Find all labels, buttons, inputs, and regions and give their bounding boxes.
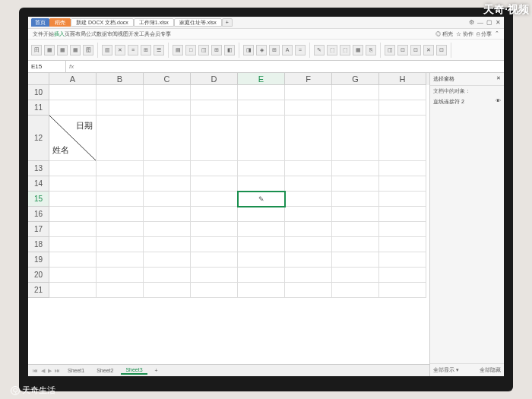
menu-item[interactable]: 公式	[86, 31, 97, 36]
cell[interactable]	[97, 116, 144, 161]
cell[interactable]	[191, 192, 238, 207]
cell[interactable]	[97, 192, 144, 207]
cell[interactable]	[191, 161, 238, 176]
cell[interactable]	[144, 100, 191, 116]
cell[interactable]	[332, 85, 379, 100]
row-header[interactable]: 17	[28, 222, 49, 237]
cell[interactable]	[191, 222, 238, 237]
cell[interactable]	[285, 252, 332, 268]
ribbon-button[interactable]: ◫	[198, 45, 209, 55]
cell[interactable]	[379, 85, 426, 100]
cell[interactable]	[238, 176, 285, 192]
cell[interactable]	[191, 283, 238, 298]
cell[interactable]	[379, 222, 426, 237]
cell[interactable]	[97, 252, 144, 268]
cell[interactable]	[144, 85, 191, 100]
document-tab[interactable]: 家庭住址等.xlsx	[174, 18, 222, 27]
cell[interactable]	[238, 268, 285, 283]
cell[interactable]	[144, 207, 191, 222]
select-all-corner[interactable]	[28, 73, 49, 85]
ribbon-button[interactable]: A	[282, 45, 293, 55]
cell[interactable]	[49, 161, 97, 176]
cell[interactable]	[191, 100, 238, 116]
sheet-tab[interactable]: Sheet1	[63, 367, 89, 374]
cell[interactable]	[49, 85, 97, 100]
menu-item[interactable]: 文件	[33, 31, 43, 36]
sheet-nav-button[interactable]: ⏭	[55, 368, 60, 373]
formula-input[interactable]	[77, 61, 504, 72]
column-header[interactable]: G	[332, 73, 379, 85]
pane-object-item[interactable]: 直线连接符 2 👁	[430, 97, 504, 107]
cell[interactable]	[379, 176, 426, 192]
cell[interactable]	[285, 176, 332, 192]
cell[interactable]	[144, 237, 191, 252]
maximize-button[interactable]: ▢	[486, 19, 492, 26]
add-sheet-button[interactable]: +	[150, 367, 163, 374]
cell[interactable]	[144, 222, 191, 237]
ribbon-button[interactable]: 图	[83, 45, 93, 55]
cell[interactable]	[332, 283, 379, 298]
cell[interactable]	[285, 192, 332, 207]
cell[interactable]	[379, 268, 426, 283]
cell[interactable]	[285, 161, 332, 176]
cell[interactable]	[191, 176, 238, 192]
cell[interactable]	[49, 237, 97, 252]
row-header[interactable]: 14	[28, 176, 49, 192]
cell[interactable]	[379, 252, 426, 268]
name-box[interactable]: E15	[28, 61, 66, 72]
cell[interactable]	[238, 283, 285, 298]
cell[interactable]	[332, 252, 379, 268]
cell[interactable]	[191, 207, 238, 222]
cell[interactable]	[285, 222, 332, 237]
column-header[interactable]: E	[238, 73, 285, 85]
column-header[interactable]: C	[144, 73, 191, 85]
cell[interactable]	[238, 116, 285, 161]
ribbon-button[interactable]: ⊡	[397, 45, 408, 55]
row-header[interactable]: 20	[28, 268, 49, 283]
ribbon-button[interactable]: ▦	[70, 45, 81, 55]
cell[interactable]	[238, 222, 285, 237]
cell[interactable]	[285, 268, 332, 283]
ribbon-button[interactable]: ▦	[57, 45, 68, 55]
cell[interactable]	[97, 283, 144, 298]
cell[interactable]	[238, 252, 285, 268]
cell[interactable]	[97, 161, 144, 176]
menu-right-item[interactable]: ☆ 协作	[456, 30, 473, 38]
cell[interactable]	[144, 192, 191, 207]
cell[interactable]	[97, 85, 144, 100]
column-header[interactable]: D	[191, 73, 238, 85]
ribbon-button[interactable]: ⊡	[436, 45, 447, 55]
menu-item[interactable]: 视图	[118, 31, 128, 36]
cell[interactable]	[238, 207, 285, 222]
ribbon-button[interactable]: ✎	[314, 45, 325, 55]
cell[interactable]	[191, 116, 238, 161]
cell[interactable]	[191, 85, 238, 100]
ribbon-button[interactable]: ▤	[173, 45, 183, 55]
menu-right-item[interactable]: ◎ 稻壳	[435, 30, 453, 38]
row-header[interactable]: 15	[28, 192, 49, 207]
cell[interactable]	[144, 161, 191, 176]
cell[interactable]	[332, 100, 379, 116]
ribbon-button[interactable]: ▦	[44, 45, 55, 55]
row-header[interactable]: 10	[28, 85, 49, 100]
cell[interactable]	[285, 207, 332, 222]
ribbon-button[interactable]: ☰	[154, 45, 164, 55]
cell[interactable]	[238, 161, 285, 176]
cell[interactable]	[97, 176, 144, 192]
row-header[interactable]: 18	[28, 237, 49, 252]
show-all-button[interactable]: 全部显示 ▾	[433, 366, 459, 374]
row-header[interactable]: 13	[28, 161, 49, 176]
ribbon-button[interactable]: ≡	[128, 45, 138, 55]
ribbon-button[interactable]: ⊞	[141, 45, 151, 55]
ribbon-button[interactable]: ✕	[423, 45, 434, 55]
row-header[interactable]: 21	[28, 283, 49, 298]
menu-item[interactable]: 开发工具	[128, 31, 150, 36]
menu-item[interactable]: 审阅	[107, 31, 118, 36]
cell[interactable]	[379, 237, 426, 252]
ribbon-button[interactable]: =	[295, 45, 306, 55]
cell[interactable]	[285, 116, 332, 161]
settings-icon[interactable]: ⚙	[469, 19, 474, 26]
row-header[interactable]: 11	[28, 100, 49, 116]
column-header[interactable]: B	[97, 73, 144, 85]
cell[interactable]	[332, 116, 379, 161]
